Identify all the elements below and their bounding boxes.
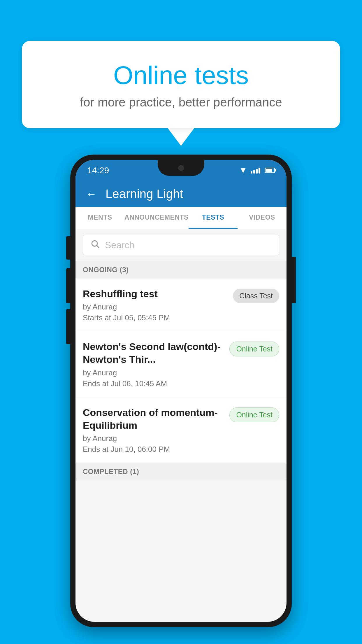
phone-button-volume-up [66, 236, 70, 260]
test-time: Starts at Jul 05, 05:45 PM [83, 313, 227, 322]
back-button[interactable]: ← [86, 188, 97, 200]
test-info: Newton's Second law(contd)-Newton's Thir… [83, 340, 224, 388]
tabs-bar: MENTS ANNOUNCEMENTS TESTS VIDEOS [75, 207, 287, 229]
test-item[interactable]: Reshuffling test by Anurag Starts at Jul… [75, 279, 287, 331]
status-time: 14:29 [87, 165, 109, 175]
wifi-icon: ▼ [239, 166, 247, 175]
svg-line-1 [97, 246, 99, 248]
test-name: Newton's Second law(contd)-Newton's Thir… [83, 340, 224, 366]
phone-screen: 14:29 ▼ [75, 160, 287, 622]
search-bar[interactable]: Search [83, 235, 279, 255]
status-icons: ▼ [239, 166, 275, 175]
camera [178, 165, 184, 171]
search-placeholder: Search [105, 240, 134, 251]
search-icon [90, 239, 100, 251]
speech-bubble-arrow [168, 128, 194, 146]
test-name: Conservation of momentum-Equilibrium [83, 406, 224, 432]
phone-button-volume-down [66, 268, 70, 303]
phone-frame: 14:29 ▼ [70, 155, 292, 627]
tab-tests[interactable]: TESTS [189, 207, 238, 229]
battery-icon [265, 168, 275, 173]
notch [158, 160, 204, 176]
test-item[interactable]: Conservation of momentum-Equilibrium by … [75, 397, 287, 463]
phone-button-power [292, 257, 296, 303]
test-author: by Anurag [83, 302, 227, 312]
speech-bubble-container: Online tests for more practice, better p… [22, 41, 340, 146]
test-badge: Online Test [229, 342, 279, 356]
speech-bubble-title: Online tests [39, 61, 323, 90]
section-completed: COMPLETED (1) [75, 463, 287, 480]
test-name: Reshuffling test [83, 287, 227, 300]
app-title: Learning Light [106, 187, 183, 201]
tab-videos[interactable]: VIDEOS [238, 207, 287, 229]
speech-bubble: Online tests for more practice, better p… [22, 41, 340, 128]
phone-container: 14:29 ▼ [70, 155, 292, 627]
search-container: Search [75, 229, 287, 261]
test-info: Conservation of momentum-Equilibrium by … [83, 406, 224, 454]
test-time: Ends at Jun 10, 06:00 PM [83, 445, 224, 454]
phone-button-volume-extra [66, 309, 70, 344]
status-bar: 14:29 ▼ [75, 160, 287, 181]
test-badge: Class Test [233, 289, 279, 303]
signal-icon [251, 167, 260, 174]
test-time: Ends at Jul 06, 10:45 AM [83, 379, 224, 388]
section-ongoing: ONGOING (3) [75, 261, 287, 279]
app-header: ← Learning Light [75, 181, 287, 207]
tab-announcements[interactable]: ANNOUNCEMENTS [124, 207, 189, 229]
test-author: by Anurag [83, 368, 224, 377]
speech-bubble-subtitle: for more practice, better performance [39, 95, 323, 109]
test-badge: Online Test [229, 407, 279, 422]
test-author: by Anurag [83, 434, 224, 443]
test-list: Reshuffling test by Anurag Starts at Jul… [75, 279, 287, 463]
tab-ments[interactable]: MENTS [75, 207, 124, 229]
test-item[interactable]: Newton's Second law(contd)-Newton's Thir… [75, 331, 287, 397]
test-info: Reshuffling test by Anurag Starts at Jul… [83, 287, 227, 322]
